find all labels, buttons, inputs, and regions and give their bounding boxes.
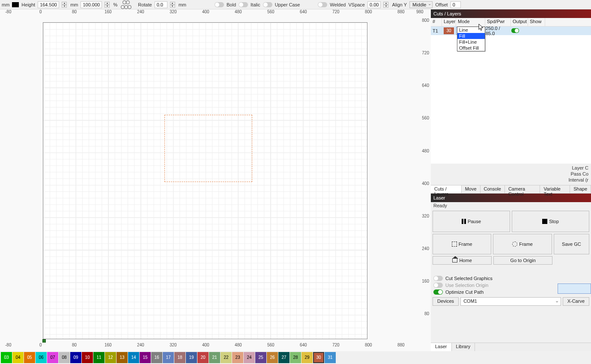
ruler-bottom: -80080160240320400480560640720800880 xyxy=(0,343,431,351)
ruler-top: -80080160240320400480560640720800880980 xyxy=(0,9,431,18)
tab-shape[interactable]: Shape xyxy=(570,185,591,193)
palette-swatch-31[interactable]: 31 xyxy=(325,352,336,363)
stop-button[interactable]: Stop xyxy=(512,211,589,232)
palette-swatch-09[interactable]: 09 xyxy=(70,352,81,363)
layers-table: # Layer Mode Spd/Pwr Output Show T1 30 F… xyxy=(431,18,591,164)
mode-option-fill-line[interactable]: Fill+Line xyxy=(457,39,485,45)
tab-variable-text[interactable]: Variable Text xyxy=(540,185,570,193)
output-toggle[interactable] xyxy=(511,28,519,33)
laser-status: Ready xyxy=(431,202,591,209)
palette-swatch-11[interactable]: 11 xyxy=(93,352,104,363)
canvas[interactable] xyxy=(43,22,367,339)
palette-swatch-22[interactable]: 22 xyxy=(221,352,232,363)
ruler-right: 80072064056048040032024016080 xyxy=(415,18,431,343)
height-swatch xyxy=(12,2,19,7)
optimize-cut-path-toggle[interactable] xyxy=(433,289,443,295)
device-label[interactable]: X-Carve xyxy=(563,297,589,306)
height-label: Height xyxy=(21,2,35,7)
laser-panel: Laser Ready Pause Stop Frame Frame Save … xyxy=(431,194,591,307)
bottom-tab-laser[interactable]: Laser xyxy=(431,343,452,351)
unit-pct: % xyxy=(113,2,117,7)
rotate-label: Rotate xyxy=(138,2,152,7)
percent-input[interactable]: 100.000 xyxy=(81,1,102,8)
uppercase-toggle[interactable] xyxy=(263,2,272,7)
palette-swatch-21[interactable]: 21 xyxy=(209,352,220,363)
layer-properties: Layer C Pass Co Interval (r xyxy=(431,164,591,185)
palette-swatch-15[interactable]: 15 xyxy=(140,352,151,363)
palette-swatch-05[interactable]: 05 xyxy=(24,352,35,363)
palette-swatch-17[interactable]: 17 xyxy=(163,352,174,363)
frame-rect-button[interactable]: Frame xyxy=(433,234,491,254)
rotate-input[interactable]: 0.0 xyxy=(155,1,167,8)
tab-camera[interactable]: Camera Control xyxy=(505,185,540,193)
bold-toggle[interactable] xyxy=(215,2,224,7)
port-combo[interactable]: COM1 xyxy=(460,297,561,306)
cut-selected-toggle[interactable] xyxy=(433,276,443,281)
palette-swatch-08[interactable]: 08 xyxy=(59,352,70,363)
layer-color-swatch[interactable]: 30 xyxy=(444,27,454,34)
palette-swatch-10[interactable]: 10 xyxy=(82,352,93,363)
palette-swatch-29[interactable]: 29 xyxy=(301,352,313,363)
unit-mm: mm xyxy=(2,2,9,7)
start-button[interactable] xyxy=(558,283,591,294)
palette-swatch-06[interactable]: 06 xyxy=(36,352,47,363)
palette-swatch-20[interactable]: 20 xyxy=(197,352,209,363)
frame-circle-button[interactable]: Frame xyxy=(493,234,552,254)
mode-option-line[interactable]: Line xyxy=(457,27,485,33)
save-gcode-button[interactable]: Save GC xyxy=(554,234,589,254)
palette-swatch-13[interactable]: 13 xyxy=(116,352,128,363)
stop-icon xyxy=(542,219,547,224)
height-spinner[interactable]: ▴▾ xyxy=(62,1,68,8)
palette-swatch-07[interactable]: 07 xyxy=(47,352,58,363)
palette-swatch-26[interactable]: 26 xyxy=(267,352,278,363)
align-y-dropdown[interactable]: Middle xyxy=(409,1,433,8)
layers-header: # Layer Mode Spd/Pwr Output Show xyxy=(431,18,591,27)
palette-swatch-28[interactable]: 28 xyxy=(290,352,301,363)
palette-swatch-03[interactable]: 03 xyxy=(1,352,12,363)
layers-body xyxy=(431,35,591,164)
tabs: Cuts / Layers Move Console Camera Contro… xyxy=(431,185,591,194)
mode-option-fill[interactable]: Fill xyxy=(457,33,485,39)
italic-toggle[interactable] xyxy=(239,2,248,7)
palette-swatch-12[interactable]: 12 xyxy=(105,352,116,363)
tab-console[interactable]: Console xyxy=(481,185,505,193)
mode-dropdown[interactable]: Line Fill Fill+Line Offset Fill xyxy=(457,27,485,51)
workspace: -80080160240320400480560640720800880980 … xyxy=(0,9,431,351)
tab-cuts-layers[interactable]: Cuts / Layers xyxy=(431,185,462,193)
welded-toggle[interactable] xyxy=(318,2,327,7)
bottom-tab-library[interactable]: Library xyxy=(452,343,475,351)
pause-button[interactable]: Pause xyxy=(433,211,510,232)
palette-swatch-04[interactable]: 04 xyxy=(12,352,24,363)
scale-icon[interactable] xyxy=(120,0,135,9)
right-panel: Cuts / Layers # Layer Mode Spd/Pwr Outpu… xyxy=(431,9,591,351)
unit-mm2: mm xyxy=(70,2,78,7)
layer-row[interactable]: T1 30 Fill 250.0 / 85.0 xyxy=(431,27,591,35)
palette-swatch-24[interactable]: 24 xyxy=(244,352,255,363)
rotate-spinner[interactable]: ▴▾ xyxy=(170,1,176,8)
palette-swatch-16[interactable]: 16 xyxy=(151,352,162,363)
palette-swatch-18[interactable]: 18 xyxy=(174,352,185,363)
height-input[interactable]: 164.500 xyxy=(38,1,59,8)
palette-swatch-27[interactable]: 27 xyxy=(278,352,290,363)
origin-marker xyxy=(42,339,46,343)
palette-swatch-23[interactable]: 23 xyxy=(232,352,243,363)
bottom-tabs: Laser Library xyxy=(431,343,591,351)
offset-input[interactable]: 0 xyxy=(451,1,461,8)
go-to-origin-button[interactable]: Go to Origin xyxy=(493,256,552,265)
palette-swatch-25[interactable]: 25 xyxy=(255,352,266,363)
palette-swatch-14[interactable]: 14 xyxy=(128,352,139,363)
home-button[interactable]: Home xyxy=(433,256,492,265)
palette-swatch-30[interactable]: 30 xyxy=(313,352,324,363)
palette-swatch-19[interactable]: 19 xyxy=(186,352,197,363)
pause-icon xyxy=(462,219,466,224)
devices-button[interactable]: Devices xyxy=(433,297,459,306)
selection-rectangle[interactable] xyxy=(164,115,252,182)
vspace-input[interactable]: 0.00 xyxy=(367,1,381,8)
tab-move[interactable]: Move xyxy=(462,185,481,193)
percent-spinner[interactable]: ▴▾ xyxy=(104,1,110,8)
mode-option-offset-fill[interactable]: Offset Fill xyxy=(457,45,485,51)
vspace-spinner[interactable]: ▴▾ xyxy=(383,1,389,8)
frame-circle-icon xyxy=(512,242,517,247)
top-toolbar: mm Height 164.500 ▴▾ mm 100.000 ▴▾ % Rot… xyxy=(0,0,591,9)
use-selection-origin-toggle[interactable] xyxy=(433,283,443,288)
